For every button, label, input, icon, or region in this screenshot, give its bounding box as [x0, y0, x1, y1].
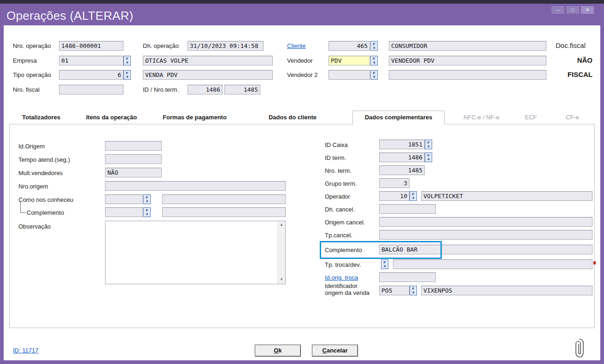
ok-button-label: k	[278, 347, 281, 354]
window-title: Operações (ALTERAR)	[6, 9, 133, 23]
minimize-button[interactable]: –	[551, 6, 564, 14]
complemento-sub-code-field[interactable]	[105, 207, 143, 217]
origem-cancel-label: Origem cancel.	[325, 219, 365, 226]
ident-origem-nome-field[interactable]: VIXENPOS	[421, 286, 592, 295]
window-top-strip	[0, 0, 604, 4]
paperclip-icon[interactable]	[573, 337, 586, 359]
tp-troca-label: Tp. troca/dev.	[325, 261, 361, 268]
id-term-label: ID term.	[325, 154, 346, 161]
f4-lookup-icon[interactable]: F 4	[425, 140, 432, 149]
como-conheceu-code-field[interactable]	[105, 194, 143, 204]
empresa-nome-field[interactable]: OTICAS VOLPE	[143, 56, 273, 65]
complemento-label: Complemento	[325, 247, 362, 253]
observacao-scrollbar[interactable]: ▲ ▼	[277, 221, 285, 284]
cancel-button[interactable]: Cancelar	[312, 345, 358, 357]
f4-lookup-icon[interactable]: F 4	[381, 259, 388, 269]
tree-connector-line	[20, 202, 26, 213]
complemento-field[interactable]: BALCÃO BAR	[379, 245, 592, 254]
vendedor2-nome-field[interactable]	[389, 70, 546, 80]
dh-cancel-field[interactable]	[379, 204, 436, 214]
nro-term-header-field[interactable]: 1485	[224, 85, 260, 94]
tab-dados-complementares[interactable]: Dados complementares	[352, 111, 445, 124]
tab-ecf: ECF	[514, 112, 548, 124]
record-id-link[interactable]: ID: 11717	[13, 347, 38, 354]
ok-button[interactable]: Ok	[255, 345, 301, 357]
tp-cancel-field[interactable]	[379, 230, 592, 240]
vendedor-nome-field[interactable]: VENDEDOR PDV	[389, 56, 546, 65]
vendedor2-label: Vendedor 2	[287, 71, 318, 78]
nro-term-label: Nro. term.	[325, 167, 352, 174]
tipo-operacao-label: Tipo operação	[13, 71, 51, 78]
red-required-marker	[593, 261, 596, 264]
scroll-up-button[interactable]: ▲	[278, 221, 285, 229]
empresa-code-field[interactable]: 01	[59, 56, 123, 65]
operador-code-field[interactable]: 10	[379, 191, 410, 201]
nro-fiscal-field[interactable]	[59, 85, 123, 94]
id-origem-field[interactable]	[105, 141, 162, 151]
f4-lookup-icon[interactable]: F 4	[143, 207, 151, 217]
tab-dados-do-cliente[interactable]: Dados do cliente	[256, 112, 329, 124]
f4-lookup-icon[interactable]: F 4	[370, 41, 378, 51]
tp-troca-field[interactable]	[393, 259, 592, 269]
id-origem-label: Id.Origem	[18, 143, 45, 150]
tab-nfce-nfe: NFC-e / NF-e	[452, 112, 511, 124]
grupo-term-field[interactable]: 3	[379, 178, 410, 188]
id-caixa-label: ID Caixa	[325, 141, 348, 148]
id-term-header-field[interactable]: 1486	[188, 85, 223, 94]
tab-itens-da-operacao[interactable]: Itens da operação	[75, 112, 148, 124]
dh-operacao-field[interactable]: 31/10/2023 09:14:58	[188, 41, 264, 51]
cancel-button-accesskey: C	[323, 347, 327, 354]
f4-lookup-icon[interactable]: F 4	[123, 70, 131, 80]
dh-operacao-label: Dh. operação	[143, 42, 179, 49]
cancel-button-label: ancelar	[327, 347, 348, 354]
f4-lookup-icon[interactable]: F 4	[370, 70, 378, 80]
dh-cancel-label: Dh. cancel.	[325, 206, 355, 213]
close-button[interactable]: ✕	[581, 6, 594, 14]
f4-lookup-icon[interactable]: F 4	[410, 286, 417, 295]
como-conheceu-desc-field[interactable]	[162, 194, 286, 204]
ok-button-accesskey: O	[274, 347, 278, 354]
operacoes-window: { "window": { "title": "Operações (ALTER…	[0, 0, 604, 364]
scroll-down-button[interactable]: ▼	[278, 276, 285, 284]
id-orig-troca-field[interactable]	[379, 272, 436, 282]
cliente-nome-field[interactable]: CONSUMIDOR	[389, 41, 546, 51]
tp-cancel-label: Tp.cancel.	[325, 232, 352, 239]
f4-lookup-icon[interactable]: F 4	[425, 153, 432, 162]
nro-fiscal-label: Nro. fiscal	[13, 86, 40, 93]
observacao-textarea[interactable]: ▲ ▼	[105, 221, 286, 284]
nro-term-field[interactable]: 1485	[379, 165, 425, 175]
mult-vendedores-label: Mult.vendedores	[18, 170, 63, 176]
cliente-code-field[interactable]: 465	[328, 41, 370, 51]
id-term-field[interactable]: 1486	[379, 153, 425, 162]
cliente-link[interactable]: Cliente	[287, 42, 305, 49]
tipo-operacao-nome-field[interactable]: VENDA PDV	[143, 70, 273, 80]
vendedor-label: Vendedor	[287, 57, 313, 64]
complemento-sub-desc-field[interactable]	[162, 207, 286, 217]
titlebar: Operações (ALTERAR)	[0, 4, 604, 25]
ident-origem-code-field[interactable]: POS	[379, 286, 410, 295]
f4-lookup-icon[interactable]: F 4	[370, 56, 378, 65]
id-caixa-field[interactable]: 1851	[379, 140, 425, 149]
nro-operacao-field[interactable]: 1486-000001	[59, 41, 123, 51]
vendedor-code-field[interactable]: PDV	[328, 56, 370, 65]
origem-cancel-field[interactable]	[379, 217, 592, 227]
doc-fiscal-label: Doc.fiscal	[556, 41, 586, 49]
tempo-atend-field[interactable]	[105, 154, 162, 164]
maximize-button[interactable]: □	[566, 6, 579, 14]
vendedor2-code-field[interactable]	[328, 70, 370, 80]
tab-formas-de-pagamento[interactable]: Formas de pagamento	[152, 112, 237, 124]
arrow-down-icon: ▼	[280, 277, 283, 282]
mult-vendedores-field[interactable]: NÃO	[105, 168, 162, 177]
tab-totalizadores[interactable]: Totalizadores	[10, 112, 72, 124]
id-orig-troca-link[interactable]: Id.orig. troca	[325, 274, 358, 281]
f4-lookup-icon[interactable]: F 4	[410, 191, 417, 201]
f4-lookup-icon[interactable]: F 4	[143, 194, 151, 204]
nro-origem-field[interactable]	[105, 181, 286, 191]
operador-nome-field[interactable]: VOLPETICKET	[421, 191, 592, 201]
doc-fiscal-value-line1: NÃO	[530, 56, 592, 64]
doc-fiscal-value-line2: FISCAL	[530, 70, 592, 78]
arrow-up-icon: ▲	[280, 223, 283, 227]
f4-lookup-icon[interactable]: F 4	[123, 56, 131, 65]
close-icon: ✕	[585, 7, 589, 12]
tipo-operacao-code-field[interactable]: 6	[59, 70, 123, 80]
